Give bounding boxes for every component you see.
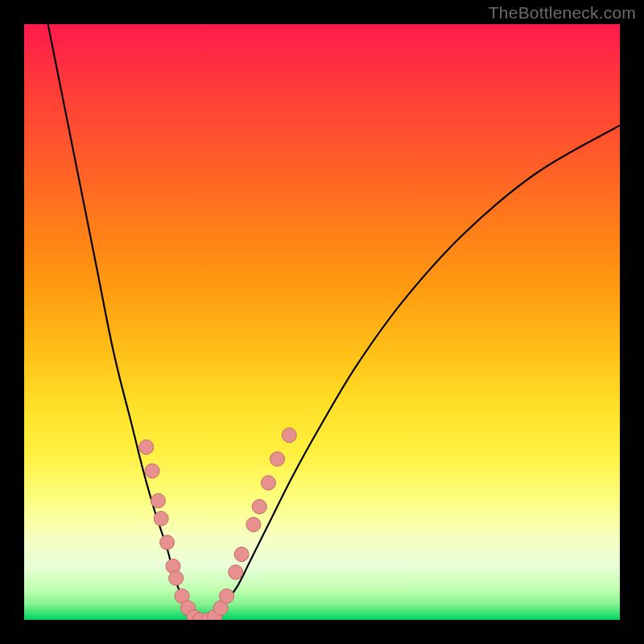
marker-dot <box>234 547 249 562</box>
chart-frame: TheBottleneck.com <box>0 0 644 644</box>
marker-group <box>139 428 297 620</box>
marker-dot <box>282 428 296 443</box>
marker-dot <box>151 493 166 508</box>
marker-dot <box>145 464 159 478</box>
curve-group <box>48 24 620 620</box>
right-branch-curve <box>215 126 620 620</box>
marker-dot <box>246 518 261 532</box>
marker-dot <box>270 452 285 466</box>
marker-dot <box>229 565 243 580</box>
chart-svg <box>24 24 620 620</box>
marker-dot <box>139 440 154 454</box>
watermark-text: TheBottleneck.com <box>489 3 636 23</box>
marker-dot <box>220 588 234 603</box>
marker-dot <box>252 499 266 514</box>
marker-dot <box>169 571 184 585</box>
marker-dot <box>261 476 275 490</box>
left-branch-curve <box>48 24 197 620</box>
plot-area <box>24 24 620 620</box>
marker-dot <box>160 535 175 550</box>
marker-dot <box>154 511 168 526</box>
